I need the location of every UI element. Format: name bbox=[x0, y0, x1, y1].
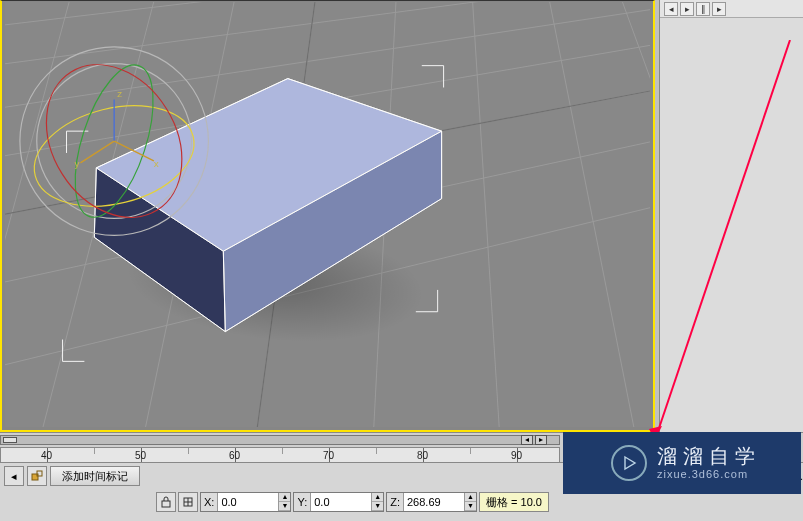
panel-pause-icon[interactable]: ‖ bbox=[696, 2, 710, 16]
coord-x-input[interactable] bbox=[218, 493, 278, 511]
panel-play-icon[interactable]: ▸ bbox=[680, 2, 694, 16]
svg-line-28 bbox=[80, 141, 114, 163]
selection-lock-icon[interactable] bbox=[178, 492, 198, 512]
coord-z-label: Z: bbox=[387, 493, 404, 511]
spinner-up-icon[interactable]: ▲ bbox=[372, 493, 383, 502]
coord-z-input[interactable] bbox=[404, 493, 464, 511]
svg-rect-34 bbox=[162, 501, 170, 507]
grid-readout: 栅格 = 10.0 bbox=[479, 492, 549, 512]
spinner-down-icon[interactable]: ▼ bbox=[465, 502, 476, 511]
coord-y-spinner[interactable]: Y: ▲▼ bbox=[293, 492, 384, 512]
time-tag-key-icon[interactable] bbox=[27, 466, 47, 486]
lock-icon[interactable] bbox=[156, 492, 176, 512]
panel-fwd-icon[interactable]: ▸ bbox=[712, 2, 726, 16]
coord-y-label: Y: bbox=[294, 493, 311, 511]
timeline-scrollbar[interactable]: ◂ ▸ bbox=[0, 435, 560, 445]
ruler-tick: 70 bbox=[323, 450, 334, 461]
ruler-tick: 40 bbox=[41, 450, 52, 461]
ruler-tick: 50 bbox=[135, 450, 146, 461]
command-panel: ◂ ▸ ‖ ▸ bbox=[659, 0, 803, 432]
axis-label-y: y bbox=[74, 158, 79, 169]
spinner-up-icon[interactable]: ▲ bbox=[465, 493, 476, 502]
spinner-down-icon[interactable]: ▼ bbox=[372, 502, 383, 511]
viewport[interactable]: z x y bbox=[0, 0, 655, 432]
timeline-ruler[interactable]: 40 50 60 70 80 90 bbox=[0, 447, 560, 463]
watermark-play-icon bbox=[611, 445, 647, 481]
coord-x-spinner[interactable]: X: ▲▼ bbox=[200, 492, 291, 512]
time-tag-left-icon[interactable]: ◂ bbox=[4, 466, 24, 486]
timeline-scroll-left[interactable]: ◂ bbox=[521, 435, 533, 445]
watermark-title: 溜溜自学 bbox=[657, 444, 761, 468]
watermark: 溜溜自学 zixue.3d66.com bbox=[563, 432, 801, 494]
panel-back-icon[interactable]: ◂ bbox=[664, 2, 678, 16]
ruler-tick: 80 bbox=[417, 450, 428, 461]
coord-z-spinner[interactable]: Z: ▲▼ bbox=[386, 492, 477, 512]
axis-label-z: z bbox=[117, 88, 122, 99]
command-panel-toolbar: ◂ ▸ ‖ ▸ bbox=[660, 0, 803, 18]
ruler-tick: 60 bbox=[229, 450, 240, 461]
command-panel-body bbox=[660, 18, 803, 432]
svg-marker-31 bbox=[625, 457, 635, 469]
rotate-gizmo[interactable]: z x y bbox=[5, 2, 650, 427]
viewport-inner[interactable]: z x y bbox=[5, 2, 650, 427]
add-time-tag-button[interactable]: 添加时间标记 bbox=[50, 466, 140, 486]
spinner-up-icon[interactable]: ▲ bbox=[279, 493, 290, 502]
coord-y-input[interactable] bbox=[311, 493, 371, 511]
axis-label-x: x bbox=[154, 158, 159, 169]
svg-line-27 bbox=[114, 141, 154, 161]
add-time-tag-label: 添加时间标记 bbox=[62, 469, 128, 484]
watermark-subtitle: zixue.3d66.com bbox=[657, 468, 761, 481]
timeline-scroll-thumb[interactable] bbox=[3, 437, 17, 443]
ruler-tick: 90 bbox=[511, 450, 522, 461]
coord-x-label: X: bbox=[201, 493, 218, 511]
timeline-scroll-right[interactable]: ▸ bbox=[535, 435, 547, 445]
spinner-down-icon[interactable]: ▼ bbox=[279, 502, 290, 511]
